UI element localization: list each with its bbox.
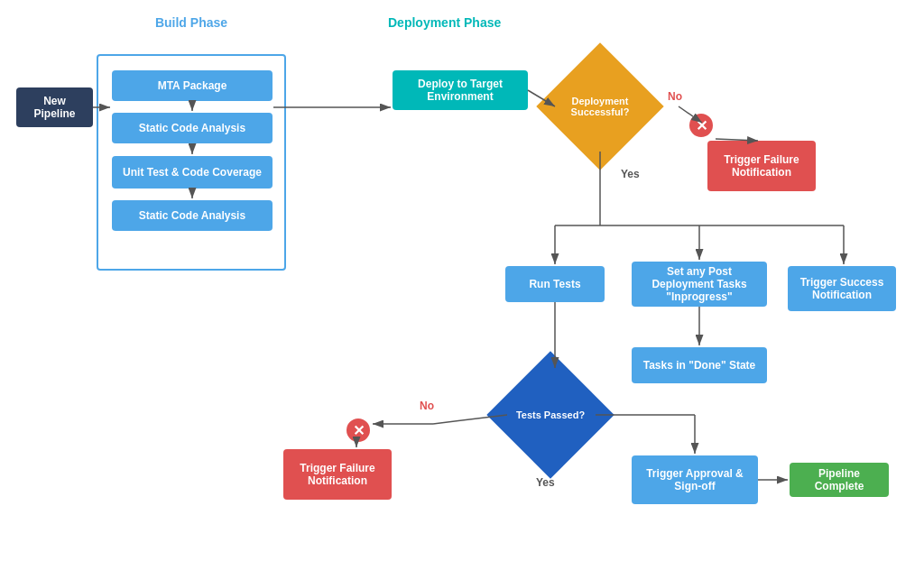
no-label-1: No: [668, 90, 682, 103]
trigger-failure-2-node: Trigger Failure Notification: [283, 449, 392, 500]
x-circle-2: ✕: [345, 417, 372, 444]
post-deployment-node: Set any Post Deployment Tasks "Inprogres…: [632, 262, 767, 307]
tasks-done-node: Tasks in "Done" State: [632, 347, 767, 383]
no-label-2: No: [420, 400, 434, 412]
pipeline-complete-node: Pipeline Complete: [790, 463, 889, 497]
deployment-successful-diamond: Deployment Successful?: [536, 42, 663, 170]
mta-package-node: MTA Package: [112, 70, 273, 101]
yes-label-2: Yes: [536, 476, 555, 489]
tests-passed-diamond: Tests Passed?: [486, 351, 614, 478]
trigger-success-node: Trigger Success Notification: [788, 266, 896, 311]
deployment-phase-label: Deployment Phase: [388, 15, 501, 30]
run-tests-node: Run Tests: [505, 266, 605, 302]
yes-label-1: Yes: [621, 168, 640, 180]
build-phase-label: Build Phase: [97, 15, 286, 30]
unit-test-node: Unit Test & Code Coverage: [112, 156, 273, 189]
static-code-1-node: Static Code Analysis: [112, 113, 273, 143]
trigger-approval-node: Trigger Approval & Sign-off: [632, 455, 758, 504]
x-circle-1: ✕: [688, 112, 715, 139]
trigger-failure-1-node: Trigger Failure Notification: [707, 141, 816, 191]
static-code-2-node: Static Code Analysis: [112, 200, 273, 231]
new-pipeline-node: New Pipeline: [16, 87, 93, 127]
diagram-container: Build Phase Deployment Phase New Pipelin…: [0, 0, 924, 561]
deploy-target-node: Deploy to Target Environment: [393, 70, 528, 110]
